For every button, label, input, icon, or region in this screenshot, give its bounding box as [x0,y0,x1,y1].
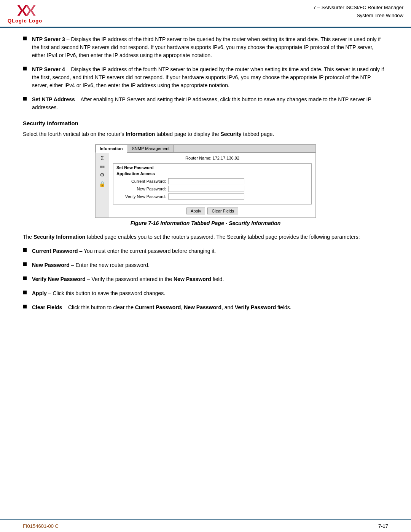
apply-button[interactable]: Apply [186,208,206,214]
tab-snmp[interactable]: SNMP Management [128,145,174,152]
bullet-text-ntp3: NTP Server 3 – Displays the IP address o… [32,35,388,59]
bullet-clear-fields: Clear Fields – Click this button to clea… [32,304,388,312]
page-footer: FI0154601-00 C 7-17 [0,519,411,532]
button-row: Apply Clear Fields [113,208,312,214]
tab-bar: Information SNMP Management [96,145,315,153]
bullet-icon [23,262,27,266]
logo-area: QLOGIC QLogic Logo [8,4,42,24]
bullet-icon [23,67,27,70]
list-item: Set NTP Address – After enabling NTP Ser… [23,96,388,112]
page-header: QLOGIC QLogic Logo 7 – SANsurfer iSCSI/F… [0,0,411,28]
tab-information[interactable]: Information [96,145,127,153]
footer-page-number: 7-17 [378,523,388,529]
new-password-row: New Password: [116,186,308,192]
screenshot-sidebar: Σ ≡≡ ⚙ 🔒 [96,153,109,217]
bullet-verify-password: Verify New Password – Verify the passwor… [32,275,388,283]
bullet-current-password: Current Password – You must enter the cu… [32,247,388,255]
clear-fields-button[interactable]: Clear Fields [207,208,238,214]
screenshot-body: Σ ≡≡ ⚙ 🔒 Router Name: 172.17.136.92 Set … [96,153,315,217]
list-item: Current Password – You must enter the cu… [23,247,388,255]
section-intro: Select the fourth vertical tab on the ro… [23,130,388,138]
verify-password-label: Verify New Password: [116,194,166,199]
bullet-icon [23,276,27,280]
bullet-apply: Apply – Click this button to save the pa… [32,289,388,297]
logo-text: QLogic Logo [8,18,42,24]
current-password-label: Current Password: [116,179,166,184]
header-chapter: 7 – SANsurfer iSCSI/FC Router Manager Sy… [313,4,403,20]
bullet-icon [23,37,27,40]
footer-doc-id: FI0154601-00 C [23,523,59,529]
grid-icon[interactable]: ≡≡ [100,164,105,169]
verify-password-input[interactable] [168,193,244,200]
bullet-icon [23,291,27,294]
bullet-icon [23,97,27,101]
list-item: NTP Server 3 – Displays the IP address o… [23,35,388,59]
new-password-input[interactable] [168,186,244,192]
bullet-icon [23,305,27,308]
list-item: Apply – Click this button to save the pa… [23,289,388,297]
top-bullets: NTP Server 3 – Displays the IP address o… [23,35,388,112]
lock-icon[interactable]: 🔒 [99,181,105,187]
gear-icon[interactable]: ⚙ [100,172,105,178]
figure-caption: Figure 7-16 Information Tabbed Page - Se… [23,220,388,226]
router-name-label: Router Name: 172.17.136.92 [113,156,312,160]
bullet-text-set-ntp: Set NTP Address – After enabling NTP Ser… [32,96,388,112]
screenshot-form: Router Name: 172.17.136.92 Set New Passw… [109,153,315,217]
list-item: Clear Fields – Click this button to clea… [23,304,388,312]
list-item: Verify New Password – Verify the passwor… [23,275,388,283]
main-content: NTP Server 3 – Displays the IP address o… [0,28,411,326]
bullet-new-password: New Password – Enter the new router pass… [32,261,388,269]
set-password-group: Set New Password Application Access Curr… [113,163,312,204]
bottom-bullets: Current Password – You must enter the cu… [23,247,388,312]
section-heading-security: Security Information [23,120,388,126]
bullet-icon [23,248,27,252]
screenshot-container: Information SNMP Management Σ ≡≡ ⚙ 🔒 Rou… [95,144,316,218]
set-pw-title: Set New Password [116,165,308,170]
app-access-title: Application Access [116,171,308,176]
verify-password-row: Verify New Password: [116,193,308,200]
bullet-text-ntp4: NTP Server 4 – Displays the IP address o… [32,66,388,89]
new-password-label: New Password: [116,187,166,191]
current-password-input[interactable] [168,178,244,184]
current-password-row: Current Password: [116,178,308,184]
list-item: NTP Server 4 – Displays the IP address o… [23,66,388,89]
description-paragraph: The Security Information tabbed page ena… [23,233,388,241]
qlogic-logo-icon: QLOGIC [14,4,37,17]
sigma-icon[interactable]: Σ [100,155,104,161]
list-item: New Password – Enter the new router pass… [23,261,388,269]
